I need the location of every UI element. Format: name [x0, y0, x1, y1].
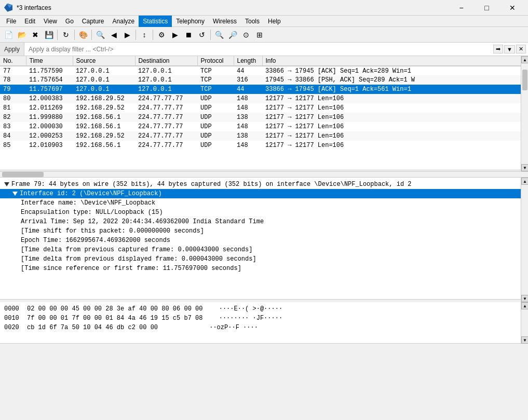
prev-button[interactable]: ◀ — [107, 29, 120, 41]
detail-delta-disp-text: [Time delta from previous displayed fram… — [21, 255, 256, 263]
reload-button[interactable]: ↻ — [60, 29, 72, 41]
stop-capture-button[interactable]: ⏹ — [182, 29, 195, 41]
zoom-reset-button[interactable]: ⊙ — [240, 29, 252, 41]
menu-file[interactable]: File — [2, 16, 20, 27]
detail-pane[interactable]: Frame 79: 44 bytes on wire (352 bits), 4… — [0, 178, 528, 300]
menu-analyze[interactable]: Analyze — [109, 16, 139, 27]
coloring-button[interactable]: 🎨 — [77, 29, 89, 41]
detail-interface-line[interactable]: Interface id: 2 (\Device\NPF_Loopback) — [0, 189, 528, 198]
close-button[interactable]: ✕ — [500, 0, 524, 16]
menu-wireless[interactable]: Wireless — [209, 16, 241, 27]
expand-icon — [12, 192, 18, 196]
capture-opts-button[interactable]: ⚙ — [155, 29, 168, 41]
col-info: Info — [262, 56, 528, 66]
table-row[interactable]: 8412.000253192.168.29.52224.77.77.77UDP1… — [0, 131, 528, 141]
detail-interface-text: Interface id: 2 (\Device\NPF_Loopback) — [20, 190, 162, 197]
zoom-in-button[interactable]: 🔍 — [213, 29, 225, 41]
hex-line-0010: 0010 7f 00 00 01 7f 00 00 01 84 4a 46 19… — [4, 314, 524, 323]
menu-view[interactable]: View — [39, 16, 61, 27]
start-capture-button[interactable]: ▶ — [169, 29, 181, 41]
new-button[interactable]: 📄 — [2, 29, 15, 41]
filter-apply-button[interactable]: Apply — [0, 43, 24, 56]
menu-tools[interactable]: Tools — [241, 16, 264, 27]
cell-proto: UDP — [197, 131, 234, 141]
restart-capture-button[interactable]: ↺ — [196, 29, 208, 41]
hex-scroll-down[interactable]: ▼ — [521, 336, 528, 344]
cell-time: 12.000253 — [26, 131, 73, 141]
table-row[interactable]: 8012.000383192.168.29.52224.77.77.77UDP1… — [0, 94, 528, 103]
menu-go[interactable]: Go — [61, 16, 78, 27]
cell-proto: UDP — [197, 122, 234, 131]
toolbar-sep-5 — [153, 30, 153, 40]
hex-bytes-0010: 7f 00 00 01 7f 00 00 01 84 4a 46 19 15 c… — [27, 314, 202, 323]
detail-since-text: [Time since reference or first frame: 11… — [21, 265, 241, 272]
hex-ascii-0010: ········ ·JF····· — [219, 315, 282, 322]
hex-scrollbar[interactable]: ▲ ▼ — [521, 302, 528, 344]
hex-scroll-up[interactable]: ▲ — [521, 302, 528, 309]
detail-timeshift-line[interactable]: [Time shift for this packet: 0.000000000… — [0, 226, 528, 236]
table-row[interactable]: 7911.757697127.0.0.1127.0.0.1TCP4433866 … — [0, 85, 528, 94]
cell-src: 127.0.0.1 — [73, 85, 135, 94]
zoom-out-button[interactable]: 🔎 — [226, 29, 239, 41]
scroll-thumb[interactable] — [522, 70, 527, 90]
detail-since-line[interactable]: [Time since reference or first frame: 11… — [0, 264, 528, 273]
detail-frame-line[interactable]: Frame 79: 44 bytes on wire (352 bits), 4… — [0, 180, 528, 189]
scroll-track — [521, 63, 528, 164]
scroll-up-arrow[interactable]: ▲ — [521, 56, 528, 63]
next-button[interactable]: ▶ — [121, 29, 133, 41]
detail-arrival-text: Arrival Time: Sep 12, 2022 20:44:34.4693… — [21, 218, 264, 225]
horizontal-scrollbar[interactable] — [0, 171, 528, 178]
save-button[interactable]: 💾 — [43, 29, 55, 41]
empty-space — [0, 344, 528, 420]
detail-scroll-down[interactable]: ▼ — [521, 295, 528, 302]
resize-cols-button[interactable]: ⊞ — [253, 29, 266, 41]
hex-ascii-0020: ··ozP··F ···· — [209, 324, 258, 331]
menu-statistics[interactable]: Statistics — [139, 16, 172, 27]
packet-scrollbar[interactable]: ▲ ▼ — [521, 56, 528, 171]
hex-pane[interactable]: 0000 02 00 00 00 45 00 00 28 3e af 40 00… — [0, 302, 528, 344]
cell-no: 80 — [0, 94, 26, 103]
toolbar-sep-6 — [210, 30, 211, 40]
filter-plus-button[interactable]: ✕ — [516, 45, 526, 53]
close-file-button[interactable]: ✖ — [29, 29, 42, 41]
menu-bar: File Edit View Go Capture Analyze Statis… — [0, 16, 528, 27]
cell-info: 33866 → 17945 [ACK] Seq=1 Ack=561 Win=1 — [262, 85, 528, 94]
table-row[interactable]: 7711.757590127.0.0.1127.0.0.1TCP4433866 … — [0, 66, 528, 75]
detail-encap-line[interactable]: Encapsulation type: NULL/Loopback (15) — [0, 208, 528, 217]
cell-len: 148 — [234, 141, 262, 150]
detail-scroll-up[interactable]: ▲ — [521, 178, 528, 185]
maximize-button[interactable]: □ — [475, 0, 498, 16]
table-row[interactable]: 8112.011269192.168.29.52224.77.77.77UDP1… — [0, 103, 528, 113]
detail-arrival-line[interactable]: Arrival Time: Sep 12, 2022 20:44:34.4693… — [0, 217, 528, 226]
scroll-down-arrow[interactable]: ▼ — [521, 164, 528, 171]
table-row[interactable]: 7811.757654127.0.0.1127.0.0.1TCP31617945… — [0, 75, 528, 85]
goto-button[interactable]: ↕ — [138, 29, 151, 41]
detail-delta-cap-line[interactable]: [Time delta from previous captured frame… — [0, 245, 528, 254]
find-button[interactable]: 🔍 — [94, 29, 106, 41]
detail-ifname-line[interactable]: Interface name: \Device\NPF_Loopback — [0, 198, 528, 208]
menu-help[interactable]: Help — [264, 16, 285, 27]
cell-proto: UDP — [197, 141, 234, 150]
detail-delta-disp-line[interactable]: [Time delta from previous displayed fram… — [0, 254, 528, 264]
toolbar-sep-4 — [136, 30, 136, 40]
menu-capture[interactable]: Capture — [78, 16, 109, 27]
filter-dropdown-button[interactable]: ▼ — [504, 45, 515, 53]
menu-edit[interactable]: Edit — [20, 16, 39, 27]
table-row[interactable]: 8312.000030192.168.56.1224.77.77.77UDP14… — [0, 122, 528, 131]
table-row[interactable]: 8211.999880192.168.56.1224.77.77.77UDP13… — [0, 113, 528, 122]
table-row[interactable]: 8512.010903192.168.56.1224.77.77.77UDP14… — [0, 141, 528, 150]
packet-list[interactable]: No. Time Source Destination Protocol Len… — [0, 56, 528, 170]
menu-telephony[interactable]: Telephony — [172, 16, 209, 27]
filter-input[interactable] — [24, 43, 491, 56]
cell-time: 11.999880 — [26, 113, 73, 122]
hex-ascii-0000: ····E··( >·@····· — [219, 305, 282, 313]
filter-arrow-button[interactable]: ➡ — [493, 45, 503, 53]
cell-info: 12177 → 12177 Len=106 — [262, 113, 528, 122]
open-button[interactable]: 📂 — [16, 29, 28, 41]
detail-epoch-line[interactable]: Epoch Time: 1662995674.469362000 seconds — [0, 236, 528, 245]
table-header-row: No. Time Source Destination Protocol Len… — [0, 56, 528, 66]
detail-scrollbar[interactable]: ▲ ▼ — [521, 178, 528, 302]
detail-epoch-text: Epoch Time: 1662995674.469362000 seconds — [21, 237, 170, 244]
horiz-scroll-thumb[interactable] — [2, 172, 44, 177]
minimize-button[interactable]: − — [450, 0, 473, 16]
